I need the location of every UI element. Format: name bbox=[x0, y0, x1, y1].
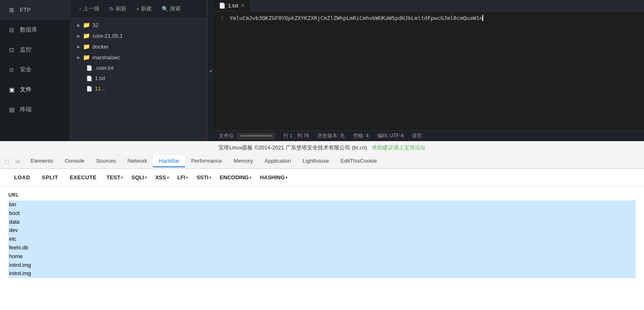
lfi-arrow-icon: ▾ bbox=[186, 176, 188, 180]
tree-folder-docker[interactable]: ▶ 📁 docker bbox=[70, 41, 207, 52]
lfi-label: LFI bbox=[177, 174, 186, 181]
devtools-panel: ⬚ ▭ Elements Console Sources Network Hac… bbox=[0, 154, 644, 310]
url-item-feehi[interactable]: feehi.db bbox=[8, 244, 636, 252]
sidebar-item-database[interactable]: ⊟ 数据库 bbox=[0, 20, 70, 40]
row-col-status: 行 1, 列 76 bbox=[283, 132, 309, 139]
test-dropdown[interactable]: TEST ▾ bbox=[102, 172, 127, 183]
execute-button[interactable]: EXECUTE bbox=[64, 172, 102, 183]
folder-icon: 📁 bbox=[83, 22, 90, 28]
go-up-button[interactable]: ↑ 上一级 bbox=[75, 3, 104, 14]
database-icon: ⊟ bbox=[7, 26, 16, 34]
plus-icon: + bbox=[136, 6, 140, 12]
tab-sources[interactable]: Sources bbox=[90, 155, 122, 167]
sidebar-item-security[interactable]: ⊙ 安全 bbox=[0, 60, 70, 80]
language-status: 语言: bbox=[412, 132, 423, 139]
url-item-data[interactable]: data bbox=[8, 218, 636, 227]
tab-label: 1.txt bbox=[228, 2, 238, 9]
cursor-icon[interactable]: ⬚ bbox=[3, 158, 10, 165]
line-number: 1 bbox=[213, 15, 230, 21]
file-toolbar: ↑ 上一级 ↻ 刷新 + 新建 🔍 搜索 bbox=[70, 0, 207, 18]
tree-folder-core[interactable]: ▶ 📁 core-21.05.1 bbox=[70, 30, 207, 41]
url-item-boot[interactable]: boot bbox=[8, 209, 636, 218]
devtools-icons: ⬚ ▭ bbox=[3, 158, 21, 165]
sidebar-item-files[interactable]: ▣ 文件 bbox=[0, 80, 70, 100]
file-name: 11... bbox=[95, 85, 105, 92]
xss-label: XSS bbox=[155, 174, 166, 181]
url-item-home[interactable]: home bbox=[8, 252, 636, 261]
hashing-dropdown[interactable]: HASHING ▾ bbox=[256, 172, 292, 183]
folder-icon: 📁 bbox=[83, 43, 90, 50]
folder-icon: ▣ bbox=[7, 85, 16, 94]
sqli-label: SQLI bbox=[131, 174, 144, 181]
url-item-initrd2[interactable]: initrd.img bbox=[8, 269, 636, 278]
folder-icon: 📁 bbox=[83, 54, 90, 61]
tab-application[interactable]: Application bbox=[259, 155, 297, 167]
sidebar: ⊞ FTP ⊟ 数据库 ⊡ 监控 ⊙ 安全 ▣ 文件 ▤ 终端 bbox=[0, 0, 70, 141]
sidebar-item-ftp[interactable]: ⊞ FTP bbox=[0, 0, 70, 20]
tree-file-user-ini[interactable]: 📄 .user.ini bbox=[70, 63, 207, 73]
file-path: •••••••••••••••••• bbox=[237, 133, 275, 139]
up-arrow-icon: ↑ bbox=[79, 6, 82, 12]
history-status: 历史版本: 无 bbox=[317, 132, 345, 139]
folder-icon: 📁 bbox=[83, 32, 90, 39]
encoding-arrow-icon: ▾ bbox=[249, 176, 252, 180]
tab-lighthouse[interactable]: Lighthouse bbox=[297, 155, 335, 167]
monitor-icon: ⊡ bbox=[7, 46, 16, 54]
tab-console[interactable]: Console bbox=[59, 155, 90, 167]
device-icon[interactable]: ▭ bbox=[14, 158, 21, 165]
suggestion-link[interactable]: 建议请上宝塔论坛 bbox=[383, 144, 426, 151]
split-button[interactable]: SPLIT bbox=[36, 172, 64, 183]
folder-name: docker bbox=[92, 44, 109, 50]
terminal-icon: ▤ bbox=[7, 105, 16, 114]
url-item-initrd1[interactable]: initrd.img bbox=[8, 261, 636, 270]
shield-icon: ⊙ bbox=[7, 66, 16, 74]
tab-elements[interactable]: Elements bbox=[25, 155, 59, 167]
url-item-bin[interactable]: bin bbox=[8, 200, 636, 209]
folder-name: 32 bbox=[92, 22, 98, 28]
ssti-dropdown[interactable]: SSTI ▾ bbox=[192, 172, 215, 183]
url-item-dev[interactable]: dev bbox=[8, 226, 636, 235]
tree-folder-marshalsec[interactable]: ▶ 📁 marshalsec bbox=[70, 52, 207, 63]
editor-area: 📄 1.txt ✕ 1 YmluCmJvb3QKZGF0YQpkZXYKZXRj… bbox=[213, 0, 644, 141]
sidebar-item-terminal[interactable]: ▤ 终端 bbox=[0, 100, 70, 120]
search-icon: 🔍 bbox=[162, 6, 168, 12]
xss-dropdown[interactable]: XSS ▾ bbox=[151, 172, 173, 183]
encoding-status: 编码: UTF-8 bbox=[377, 132, 404, 139]
tree-file-11[interactable]: 📄 11... bbox=[70, 83, 207, 94]
devtools-tab-bar: ⬚ ▭ Elements Console Sources Network Hac… bbox=[0, 154, 644, 169]
file-tree: ▶ 📁 32 ▶ 📁 core-21.05.1 ▶ 📁 docker ▶ 📁 m… bbox=[70, 18, 207, 141]
sqli-dropdown[interactable]: SQLI ▾ bbox=[127, 172, 151, 183]
sidebar-item-monitor[interactable]: ⊡ 监控 bbox=[0, 40, 70, 60]
sidebar-security-label: 安全 bbox=[20, 66, 31, 73]
sidebar-terminal-label: 终端 bbox=[20, 106, 31, 113]
tree-folder-32[interactable]: ▶ 📁 32 bbox=[70, 20, 207, 30]
editor-tab-1txt[interactable]: 📄 1.txt ✕ bbox=[213, 0, 251, 11]
chevron-icon: ▶ bbox=[77, 23, 80, 27]
ssti-arrow-icon: ▾ bbox=[209, 176, 211, 180]
tab-hackbar[interactable]: HackBar bbox=[153, 155, 185, 167]
encoding-dropdown[interactable]: ENCODING ▾ bbox=[215, 172, 256, 183]
xss-arrow-icon: ▾ bbox=[167, 176, 169, 180]
panel-collapse-button[interactable]: ◀ bbox=[207, 0, 213, 141]
file-panel: ↑ 上一级 ↻ 刷新 + 新建 🔍 搜索 ▶ 📁 32 ▶ bbox=[70, 0, 207, 141]
tree-file-1txt[interactable]: 📄 1.txt bbox=[70, 73, 207, 83]
refresh-button[interactable]: ↻ 刷新 bbox=[105, 3, 131, 14]
new-button[interactable]: + 新建 bbox=[132, 3, 156, 14]
code-content[interactable]: YmluCmJvb3QKZGF0YQpkZXYKZXRjCmZlZWhpLmRi… bbox=[230, 15, 483, 21]
close-tab-button[interactable]: ✕ bbox=[241, 3, 245, 8]
tab-editthiscookie[interactable]: EditThisCookie bbox=[335, 155, 383, 167]
help-link[interactable]: 求助 bbox=[372, 144, 383, 151]
file-tab-icon: 📄 bbox=[219, 2, 225, 9]
tab-memory[interactable]: Memory bbox=[228, 155, 259, 167]
lfi-dropdown[interactable]: LFI ▾ bbox=[173, 172, 193, 183]
search-button[interactable]: 🔍 搜索 bbox=[157, 3, 185, 14]
url-item-etc[interactable]: etc bbox=[8, 235, 636, 244]
tab-network[interactable]: Network bbox=[122, 155, 153, 167]
load-button[interactable]: LOAD bbox=[8, 172, 36, 183]
test-label: TEST bbox=[107, 174, 120, 181]
code-line-1: 1 YmluCmJvb3QKZGF0YQpkZXYKZXRjCmZlZWhpLm… bbox=[213, 15, 644, 21]
hackbar-toolbar: LOAD SPLIT EXECUTE TEST ▾ SQLI ▾ XSS ▾ L… bbox=[0, 169, 644, 186]
file-location-label: 文件位 •••••••••••••••••• bbox=[219, 132, 275, 139]
tab-performance[interactable]: Performance bbox=[185, 155, 228, 167]
hackbar-content: URL bin boot data dev etc feehi.db home … bbox=[0, 186, 644, 310]
